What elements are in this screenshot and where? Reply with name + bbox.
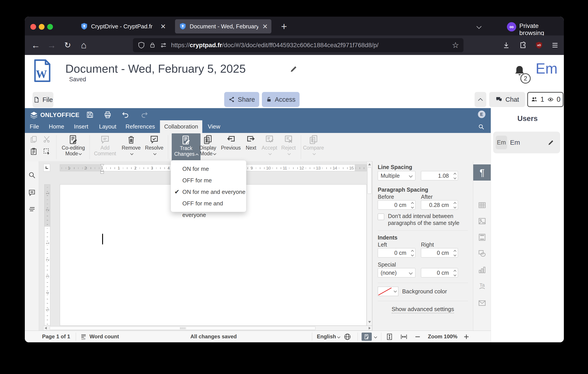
- language-selector[interactable]: English: [317, 331, 336, 342]
- file-menu-button[interactable]: File: [32, 92, 53, 107]
- menu-item-on-for-me[interactable]: ON for me: [171, 163, 246, 175]
- track-changes-status-button[interactable]: [362, 332, 372, 341]
- mail-merge-settings-icon[interactable]: [478, 299, 486, 308]
- participants-indicator[interactable]: 1 0: [527, 92, 563, 107]
- reject-change-button[interactable]: Reject: [275, 133, 302, 161]
- fit-page-icon[interactable]: [386, 333, 393, 341]
- url-text[interactable]: https://cryptpad.fr/doc/#/3/doc/edit/ff0…: [171, 42, 448, 49]
- spinner-arrows[interactable]: [454, 171, 456, 181]
- interval-checkbox-label[interactable]: Don't add interval between paragraphs of…: [388, 213, 461, 227]
- edit-title-pencil-icon[interactable]: [290, 65, 298, 73]
- list-all-tabs-chevron-icon[interactable]: [477, 24, 482, 29]
- image-settings-icon[interactable]: [478, 217, 486, 226]
- resolve-button[interactable]: Resolve: [141, 133, 168, 161]
- display-mode-button[interactable]: Display Mode: [195, 133, 221, 161]
- reload-button[interactable]: ↻: [62, 35, 73, 55]
- chevron-down-icon[interactable]: [374, 335, 377, 338]
- indent-markers[interactable]: [100, 164, 104, 175]
- compare-button[interactable]: Compare: [300, 133, 327, 161]
- menu-item-off-for-me-and-everyone[interactable]: OFF for me and everyone: [171, 198, 246, 209]
- menu-hamburger-icon[interactable]: [549, 35, 560, 55]
- find-search-icon[interactable]: [28, 171, 36, 179]
- spinner-arrows[interactable]: [411, 200, 413, 210]
- spinner-arrows[interactable]: [411, 248, 413, 258]
- access-button[interactable]: Access: [262, 92, 300, 107]
- window-zoom-button[interactable]: [47, 24, 53, 30]
- paragraph-settings-icon-active[interactable]: ¶: [473, 164, 491, 181]
- copy-button[interactable]: [29, 134, 39, 145]
- spellcheck-globe-icon[interactable]: [343, 333, 351, 341]
- spacing-before-input[interactable]: 0 cm: [378, 200, 415, 210]
- menu-layout[interactable]: Layout: [96, 120, 120, 133]
- edit-user-pencil-icon[interactable]: [548, 139, 554, 146]
- connection-lock-icon[interactable]: [149, 42, 156, 49]
- print-button[interactable]: [103, 110, 113, 120]
- permissions-icon[interactable]: [160, 42, 167, 49]
- horizontal-scrollbar-thumb[interactable]: [50, 326, 315, 330]
- chevron-down-icon[interactable]: [337, 335, 340, 338]
- text-art-settings-icon[interactable]: Ta: [478, 282, 486, 291]
- new-tab-button[interactable]: +: [277, 20, 291, 33]
- interval-checkbox[interactable]: [378, 214, 384, 220]
- window-close-button[interactable]: [30, 24, 36, 30]
- vertical-scrollbar[interactable]: [367, 161, 372, 326]
- ublock-origin-icon[interactable]: uO: [534, 35, 545, 55]
- scroll-right-arrow-icon[interactable]: [369, 327, 371, 330]
- indent-right-input[interactable]: 0 cm: [421, 248, 458, 258]
- url-bar[interactable]: https://cryptpad.fr/doc/#/3/doc/edit/ff0…: [133, 38, 463, 52]
- browser-tab-document-active[interactable]: Document - Wed, February 5, 20 ✕: [175, 19, 271, 33]
- vertical-scrollbar-thumb[interactable]: [367, 167, 372, 194]
- bookmark-star-icon[interactable]: ☆: [452, 41, 459, 50]
- home-button[interactable]: ⌂: [78, 35, 90, 55]
- menu-item-off-for-me[interactable]: OFF for me: [171, 175, 246, 186]
- tab-close-icon[interactable]: ✕: [160, 23, 166, 30]
- spinner-arrows[interactable]: [454, 268, 456, 278]
- background-color-swatch[interactable]: [378, 287, 392, 296]
- background-color-dropdown[interactable]: [392, 287, 398, 296]
- zoom-in-plus-icon[interactable]: [462, 333, 470, 341]
- zoom-out-minus-icon[interactable]: [414, 333, 421, 341]
- word-count-icon[interactable]: 123: [80, 333, 87, 341]
- chart-settings-icon[interactable]: [478, 265, 486, 274]
- horizontal-scrollbar[interactable]: [43, 326, 372, 331]
- word-count-label[interactable]: Word count: [90, 331, 119, 342]
- line-spacing-select[interactable]: Multiple: [378, 171, 415, 180]
- tab-stop-selector[interactable]: [43, 164, 50, 171]
- menu-references[interactable]: References: [122, 120, 158, 133]
- window-minimize-button[interactable]: [39, 24, 44, 30]
- remove-button[interactable]: Remove: [118, 133, 145, 161]
- show-advanced-settings-link[interactable]: Show advanced settings: [392, 306, 454, 313]
- special-select[interactable]: (none): [378, 268, 415, 277]
- chat-button[interactable]: Chat: [489, 92, 525, 107]
- spacing-after-input[interactable]: 0.28 cm: [421, 200, 458, 210]
- menu-home[interactable]: Home: [46, 120, 67, 133]
- paste-button[interactable]: [29, 146, 39, 157]
- fit-width-icon[interactable]: [399, 333, 409, 341]
- browser-tab-cryptdrive[interactable]: CryptDrive - CryptPad.fr ✕: [76, 19, 169, 33]
- navigation-headings-icon[interactable]: [28, 205, 36, 214]
- menu-file[interactable]: File: [27, 120, 42, 133]
- menu-collaboration-active[interactable]: Collaboration: [160, 120, 202, 133]
- special-amount-input[interactable]: 0 cm: [421, 268, 458, 277]
- extensions-puzzle-icon[interactable]: [517, 35, 528, 55]
- coediting-mode-button[interactable]: Co-editing Mode: [60, 133, 87, 161]
- forward-button[interactable]: →: [46, 35, 57, 55]
- indent-left-input[interactable]: 0 cm: [378, 248, 415, 258]
- spinner-arrows[interactable]: [454, 200, 456, 210]
- document-title[interactable]: Document - Wed, February 5, 2025: [65, 62, 246, 75]
- undo-button[interactable]: [121, 110, 130, 120]
- share-button[interactable]: Share: [224, 92, 259, 107]
- line-spacing-amount-input[interactable]: 1.08: [421, 171, 458, 180]
- shape-settings-icon[interactable]: [478, 249, 486, 258]
- cut-button[interactable]: [42, 134, 52, 145]
- select-all-button[interactable]: [42, 146, 52, 157]
- scroll-down-arrow-icon[interactable]: [368, 321, 371, 323]
- back-button[interactable]: ←: [30, 35, 41, 55]
- add-comment-button[interactable]: Add Comment: [92, 133, 118, 161]
- spinner-arrows[interactable]: [454, 248, 456, 258]
- collapse-toolbar-button[interactable]: [474, 92, 486, 107]
- comments-panel-icon[interactable]: [28, 188, 36, 197]
- menu-insert[interactable]: Insert: [71, 120, 91, 133]
- account-button[interactable]: Em: [532, 60, 561, 77]
- menu-item-on-for-me-and-everyone[interactable]: ✔ON for me and everyone: [171, 186, 246, 198]
